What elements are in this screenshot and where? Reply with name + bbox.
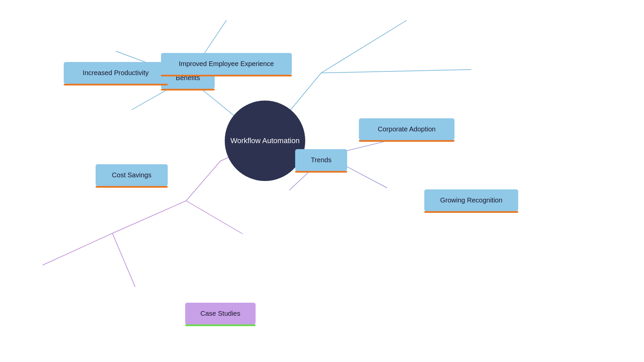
trends-node[interactable]: Trends — [295, 149, 347, 171]
trends-label: Trends — [311, 156, 332, 164]
corporate-adoption-node[interactable]: Corporate Adoption — [359, 118, 454, 140]
case-studies-label: Case Studies — [201, 310, 240, 317]
cost-savings-label: Cost Savings — [112, 171, 152, 179]
svg-line-5 — [321, 20, 407, 73]
increased-productivity-label: Increased Productivity — [83, 69, 149, 77]
growing-recognition-label: Growing Recognition — [440, 196, 502, 204]
svg-line-8 — [186, 161, 220, 201]
svg-line-11 — [43, 233, 112, 265]
cost-savings-node[interactable]: Cost Savings — [96, 164, 168, 186]
corporate-adoption-label: Corporate Adoption — [378, 125, 435, 133]
case-studies-node[interactable]: Case Studies — [185, 303, 256, 324]
svg-line-9 — [112, 201, 186, 233]
svg-line-10 — [186, 201, 243, 234]
svg-line-12 — [112, 233, 135, 287]
improved-employee-experience-node[interactable]: Improved Employee Experience — [161, 53, 292, 75]
improved-employee-label: Improved Employee Experience — [179, 60, 274, 68]
center-node[interactable]: Workflow Automation — [225, 101, 305, 181]
growing-recognition-node[interactable]: Growing Recognition — [424, 189, 518, 211]
increased-productivity-node[interactable]: Increased Productivity — [64, 62, 168, 84]
center-label: Workflow Automation — [230, 136, 300, 145]
svg-line-6 — [321, 70, 472, 73]
